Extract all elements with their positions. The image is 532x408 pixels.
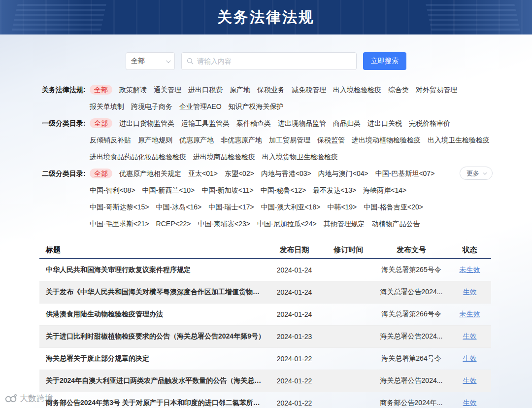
filter-tag[interactable]: 中国-巴基斯坦<07> xyxy=(375,169,435,178)
filter-tag[interactable]: 优惠原产地 xyxy=(179,135,214,145)
filter-tag[interactable]: 原产地 xyxy=(230,85,250,95)
search-button[interactable]: 立即搜索 xyxy=(363,52,406,70)
filter-tag[interactable]: 中国-新加坡<11> xyxy=(201,185,254,195)
filter-tag[interactable]: 中国-尼加拉瓜<24> xyxy=(257,219,317,229)
category-select[interactable]: 全部 xyxy=(126,52,175,70)
filter-tag[interactable]: 内地与澳门<04> xyxy=(318,169,368,178)
filter-label-level2: 二级分类目录: xyxy=(42,169,90,229)
row-title[interactable]: 供港澳食用陆生动物检验检疫管理办法 xyxy=(39,310,266,319)
filter-tag[interactable]: 中国-澳大利亚<18> xyxy=(261,202,321,212)
filter-tag[interactable]: 加工贸易管理 xyxy=(269,135,310,145)
row-status-link[interactable]: 生效 xyxy=(463,376,477,384)
filter-tag[interactable]: 全部 xyxy=(90,85,112,95)
filter-tag[interactable]: 进出境食品药品化妆品检验检疫 xyxy=(90,152,186,162)
table-row[interactable]: 海关总署关于废止部分规章的决定 2024-01-22 海关总署第264号令 生效 xyxy=(39,348,491,370)
row-title[interactable]: 商务部公告2024年第3号 关于对原产于日本和印度的进口邻二氯苯所适用... xyxy=(39,399,266,408)
filter-tag[interactable]: 企业管理AEO xyxy=(179,102,222,111)
filter-row-laws: 关务法律法规: 全部 政策解读 通关管理 进出口税费 原产地 保税业务 减免税管… xyxy=(42,85,493,111)
row-publish-date: 2024-01-24 xyxy=(266,310,323,318)
row-status-link[interactable]: 生效 xyxy=(463,288,477,296)
filter-tag[interactable]: 全部 xyxy=(90,169,112,178)
filter-tag[interactable]: 中国-新西兰<10> xyxy=(142,185,195,195)
filter-tag[interactable]: 报关单填制 xyxy=(90,102,124,111)
filter-tag[interactable]: 中国-智利<08> xyxy=(90,185,135,195)
filter-tag[interactable]: 出入境卫生检验检疫 xyxy=(428,135,490,145)
filter-tag[interactable]: 综合类 xyxy=(388,85,409,95)
filter-tag[interactable]: 中国-柬埔寨<23> xyxy=(198,219,250,229)
filter-tag[interactable]: RCEP<22> xyxy=(156,219,191,229)
filter-tag[interactable]: 原产地规则 xyxy=(138,135,172,145)
filter-tag[interactable]: 内地与香港<03> xyxy=(261,169,311,178)
filter-tags-level1: 全部 进出口货物监管类 运输工具监管类 案件稽查类 进出境物品监管 商品归类 进… xyxy=(90,118,493,162)
filter-tag[interactable]: 政策解读 xyxy=(119,85,147,95)
filter-tag[interactable]: 中国-冰岛<16> xyxy=(156,202,202,212)
row-status-link[interactable]: 生效 xyxy=(463,332,477,340)
table-row[interactable]: 中华人民共和国海关审理行政复议案件程序规定 2024-01-24 海关总署第26… xyxy=(39,259,491,281)
table-row[interactable]: 商务部公告2024年第3号 关于对原产于日本和印度的进口邻二氯苯所适用... 2… xyxy=(39,392,491,408)
filter-tag[interactable]: 中国-毛里求斯<21> xyxy=(90,219,149,229)
chevron-down-icon xyxy=(483,170,487,174)
table-row[interactable]: 关于发布《中华人民共和国海关对横琴粤澳深度合作区加工增值货物内销... 2024… xyxy=(39,281,491,304)
page-header: 关务法律法规 xyxy=(0,0,532,34)
filter-tag[interactable]: 进出境商品检验检疫 xyxy=(193,152,255,162)
chevron-down-icon xyxy=(166,58,171,63)
search-input[interactable] xyxy=(197,57,351,65)
filter-tag[interactable]: 非优惠原产地 xyxy=(221,135,262,145)
category-select-value: 全部 xyxy=(131,57,145,66)
row-title[interactable]: 中华人民共和国海关审理行政复议案件程序规定 xyxy=(39,266,266,274)
filter-tag[interactable]: 商品归类 xyxy=(333,118,361,128)
filter-tag[interactable]: 出入境检验检疫 xyxy=(333,85,381,95)
row-status-link[interactable]: 生效 xyxy=(463,354,477,362)
filter-tag[interactable]: 保税业务 xyxy=(257,85,285,95)
filter-tag[interactable]: 中国-秘鲁<12> xyxy=(261,185,306,195)
filter-tag[interactable]: 中韩<19> xyxy=(327,202,357,212)
table-row[interactable]: 供港澳食用陆生动物检验检疫管理办法 2024-01-24 海关总署第266号令 … xyxy=(39,304,491,326)
table-row[interactable]: 关于2024年自澳大利亚进口两类农产品触发水平数量的公告（海关总署公... 20… xyxy=(39,370,491,392)
filter-tag[interactable]: 中国-格鲁吉亚<20> xyxy=(364,202,423,212)
row-publish-date: 2024-01-24 xyxy=(266,266,323,274)
filter-tag[interactable]: 进出口税费 xyxy=(188,85,223,95)
filter-tag[interactable]: 知识产权海关保护 xyxy=(229,102,284,111)
row-doc-number: 海关总署第265号令 xyxy=(374,266,448,274)
filter-tag[interactable]: 运输工具监管类 xyxy=(181,118,230,128)
filter-tag[interactable]: 案件稽查类 xyxy=(236,118,271,128)
more-button[interactable]: 更多 xyxy=(460,167,493,180)
filter-tag[interactable]: 海峡两岸<14> xyxy=(363,185,406,195)
filter-tag[interactable]: 保税监管 xyxy=(317,135,345,145)
filter-tag[interactable]: 其他管理规定 xyxy=(324,219,365,229)
filter-tag[interactable]: 出入境货物卫生检验检疫 xyxy=(262,152,338,162)
filter-tag[interactable]: 全部 xyxy=(90,118,112,128)
column-header-status: 状态 xyxy=(448,245,491,255)
filter-tag[interactable]: 减免税管理 xyxy=(292,85,326,95)
row-title[interactable]: 海关总署关于废止部分规章的决定 xyxy=(39,354,266,363)
filter-tag[interactable]: 最不发达<13> xyxy=(313,185,356,195)
filter-tag[interactable]: 进出境物品监管 xyxy=(278,118,326,128)
filter-tag[interactable]: 中国-瑞士<17> xyxy=(208,202,254,212)
filter-tag[interactable]: 进出境动植物检验检疫 xyxy=(352,135,421,145)
filter-tag[interactable]: 中国-哥斯达黎<15> xyxy=(90,202,149,212)
row-status-link[interactable]: 生效 xyxy=(463,399,477,407)
filter-tag[interactable]: 通关管理 xyxy=(154,85,181,95)
row-status-link[interactable]: 未生效 xyxy=(460,266,480,273)
filter-tag[interactable]: 动植物产品公告 xyxy=(372,219,420,229)
regulation-table: 标题 发布日期 修订时间 发布文号 状态 中华人民共和国海关审理行政复议案件程序… xyxy=(39,241,491,408)
page: 关务法律法规 全部 立即搜索 关务法律法规: 全部 政策解读 通关管理 进出口税… xyxy=(0,0,532,408)
row-title[interactable]: 关于发布《中华人民共和国海关对横琴粤澳深度合作区加工增值货物内销... xyxy=(39,288,266,297)
row-title[interactable]: 关于2024年自澳大利亚进口两类农产品触发水平数量的公告（海关总署公... xyxy=(39,376,266,385)
filter-tag[interactable]: 进出口货物监管类 xyxy=(119,118,174,128)
row-status-link[interactable]: 未生效 xyxy=(460,310,480,318)
row-doc-number: 海关总署第266号令 xyxy=(374,310,448,319)
filter-tag[interactable]: 反倾销反补贴 xyxy=(90,135,131,145)
filter-tag[interactable]: 优惠原产地相关规定 xyxy=(119,169,181,178)
filter-tags-laws: 全部 政策解读 通关管理 进出口税费 原产地 保税业务 减免税管理 出入境检验检… xyxy=(90,85,493,111)
filter-tag[interactable]: 对外贸易管理 xyxy=(416,85,457,95)
row-publish-date: 2024-01-22 xyxy=(266,355,323,363)
filter-tag[interactable]: 跨境电子商务 xyxy=(131,102,172,111)
filter-tag[interactable]: 亚太<01> xyxy=(188,169,218,178)
row-title[interactable]: 关于进口比利时甜椒植物检疫要求的公告（海关总署公告2024年第9号） xyxy=(39,332,266,341)
filter-tag[interactable]: 完税价格审价 xyxy=(409,118,450,128)
table-row[interactable]: 关于进口比利时甜椒植物检疫要求的公告（海关总署公告2024年第9号） 2024-… xyxy=(39,326,491,348)
filter-tag[interactable]: 东盟<02> xyxy=(225,169,254,178)
search-icon xyxy=(187,58,194,65)
filter-tag[interactable]: 进出口关税 xyxy=(367,118,402,128)
